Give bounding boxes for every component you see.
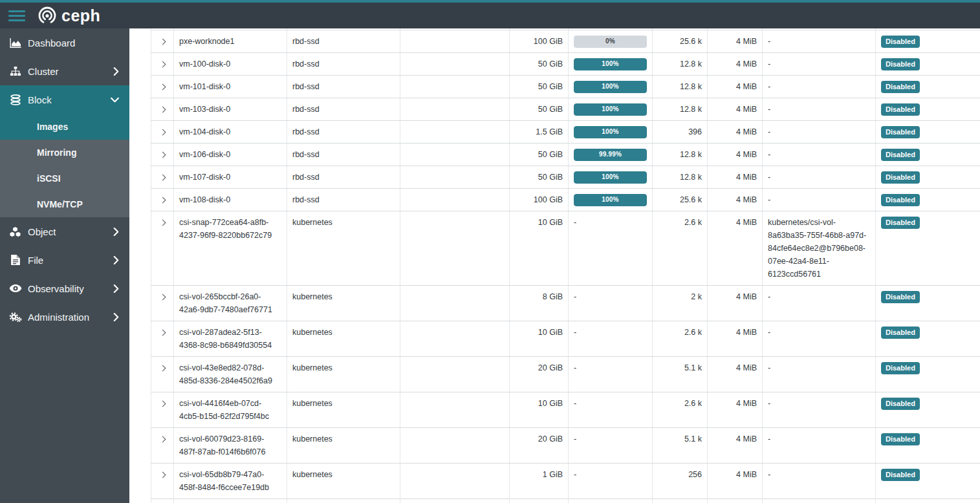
objects-cell: 2.6 k [653,498,708,503]
namespace-cell [400,75,510,98]
name-cell: csi-vol-8a63ba35-755f-46b8-a97d-84cfe64e… [174,498,287,503]
expand-row-icon[interactable] [159,38,166,45]
name-cell: vm-101-disk-0 [174,75,287,98]
pool-cell: rbd-ssd [287,143,400,166]
parent-cell: - [763,75,876,98]
expand-row-icon[interactable] [159,174,166,180]
expand-row-icon[interactable] [159,197,166,203]
usage-cell: - [569,211,653,285]
sidebar-item-object[interactable]: Object [0,217,129,246]
expand-row-icon[interactable] [159,400,166,407]
expand-cell [151,52,174,75]
expand-row-icon[interactable] [159,219,166,226]
expand-row-icon[interactable] [159,129,166,135]
pool-cell: kubernetes [287,392,400,427]
namespace-cell [400,498,510,503]
parent-cell: - [763,30,876,52]
table-row[interactable]: csi-vol-43e8ed82-078d-485d-8336-284e4502… [151,356,980,392]
expand-row-icon[interactable] [159,294,166,300]
ceph-logo-icon [37,5,58,26]
table-row[interactable]: vm-100-disk-0rbd-ssd50 GiB100%12.8 k4 Mi… [151,52,980,75]
pool-cell: rbd-ssd [287,30,400,52]
mirroring-cell: Disabled [876,463,980,498]
objects-cell: 25.6 k [653,188,708,211]
usage-bar: 100% [574,103,647,116]
table-row[interactable]: csi-vol-65db8b79-47a0-458f-8484-f6ccee7e… [151,463,980,498]
namespace-cell [400,392,510,427]
name-cell: csi-vol-60079d23-8169-487f-87ab-f014f6b6… [174,427,287,463]
objects-cell: 25.6 k [653,30,708,52]
sidebar-item-label: Observability [28,283,84,294]
usage-bar: 0% [574,36,647,48]
name-cell: csi-vol-43e8ed82-078d-485d-8336-284e4502… [174,356,287,392]
table-row[interactable]: vm-101-disk-0rbd-ssd50 GiB100%12.8 k4 Mi… [151,75,980,98]
object-size-cell: 4 MiB [708,392,763,427]
name-cell: vm-107-disk-0 [174,166,287,188]
hamburger-icon[interactable] [8,8,25,24]
mirroring-status-badge: Disabled [881,326,920,339]
name-cell: vm-100-disk-0 [174,52,287,75]
namespace-cell [400,356,510,392]
sidebar-item-file[interactable]: File [0,246,129,274]
table-row[interactable]: vm-107-disk-0rbd-ssd50 GiB100%12.8 k4 Mi… [151,166,980,188]
table-row[interactable]: csi-vol-265bccbf-26a0-42a6-9db7-7480aef7… [151,285,980,321]
mirroring-cell: Disabled [876,321,980,356]
parent-cell: - [763,166,876,188]
usage-cell: - [569,498,653,503]
pool-cell: rbd-ssd [287,52,400,75]
expand-cell [151,463,174,498]
expand-row-icon[interactable] [159,365,166,371]
table-row[interactable]: csi-snap-772cea64-a8fb-4237-96f9-8220bb6… [151,211,980,285]
namespace-cell [400,98,510,120]
expand-cell [151,285,174,321]
object-size-cell: 4 MiB [708,498,763,503]
expand-row-icon[interactable] [159,83,166,90]
size-cell: 20 GiB [510,427,569,463]
objects-cell: 5.1 k [653,427,708,463]
object-size-cell: 4 MiB [708,285,763,321]
table-row[interactable]: vm-104-disk-0rbd-ssd1.5 GiB100%3964 MiB-… [151,120,980,143]
usage-bar: 100% [574,58,647,70]
table-row[interactable]: csi-vol-4416f4eb-07cd-4cb5-b15d-62f2d795… [151,392,980,427]
expand-row-icon[interactable] [159,61,166,67]
object-icon [8,227,22,237]
expand-row-icon[interactable] [159,329,166,336]
table-row[interactable]: csi-vol-8a63ba35-755f-46b8-a97d-84cfe64e… [151,498,980,503]
mirroring-cell: Disabled [876,285,980,321]
sidebar-item-observability[interactable]: Observability [0,274,129,303]
sidebar-item-nvme-tcp[interactable]: NVMe/TCP [0,191,129,217]
mirroring-status-badge: Disabled [881,469,920,481]
table-row[interactable]: csi-vol-60079d23-8169-487f-87ab-f014f6b6… [151,427,980,463]
table-row[interactable]: pxe-worknode1rbd-ssd100 GiB0%25.6 k4 MiB… [151,30,980,52]
usage-cell: - [569,285,653,321]
sidebar-item-iscsi[interactable]: iSCSI [0,166,129,191]
expand-row-icon[interactable] [159,436,166,442]
expand-row-icon[interactable] [159,151,166,158]
table-row[interactable]: vm-106-disk-0rbd-ssd50 GiB99.99%12.8 k4 … [151,143,980,166]
objects-cell: 12.8 k [653,52,708,75]
sidebar-item-block[interactable]: Block [0,85,129,114]
expand-row-icon[interactable] [159,106,166,112]
name-cell: csi-snap-772cea64-a8fb-4237-96f9-8220bb6… [174,211,287,285]
expand-row-icon[interactable] [159,471,166,478]
mirroring-status-badge: Disabled [881,194,920,206]
table-row[interactable]: csi-vol-287adea2-5f13-4368-8c98-b6849fd3… [151,321,980,356]
table-row[interactable]: vm-103-disk-0rbd-ssd50 GiB100%12.8 k4 Mi… [151,98,980,120]
pool-cell: kubernetes [287,285,400,321]
top-navbar: ceph [0,0,980,28]
size-cell: 1 GiB [510,463,569,498]
table-row[interactable]: vm-108-disk-0rbd-ssd100 GiB100%25.6 k4 M… [151,188,980,211]
sidebar-item-mirroring[interactable]: Mirroring [0,140,129,166]
usage-cell: - [569,463,653,498]
sidebar-item-dashboard[interactable]: Dashboard [0,28,129,57]
sidebar-item-images[interactable]: Images [0,114,129,140]
namespace-cell [400,120,510,143]
sidebar-item-administration[interactable]: Administration [0,303,129,331]
object-size-cell: 4 MiB [708,211,763,285]
usage-cell: 100% [569,120,653,143]
usage-bar-label: 100% [574,126,647,138]
mirroring-cell: Disabled [876,211,980,285]
sidebar-item-cluster[interactable]: Cluster [0,57,129,85]
brand[interactable]: ceph [37,5,100,26]
usage-bar: 100% [574,126,647,138]
